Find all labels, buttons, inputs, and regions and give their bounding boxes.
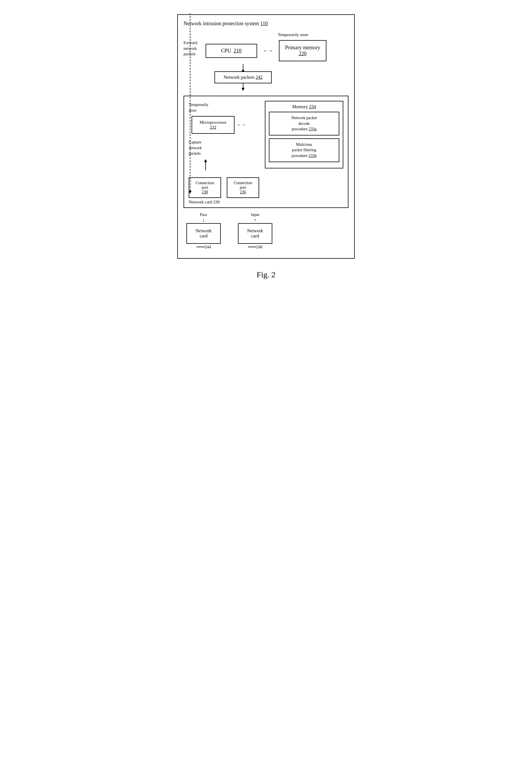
- malicious-filter-box: Maliciouspacket filteringprocedure 233b: [269, 138, 339, 162]
- arrow-up-np-cpu: ▲: [241, 69, 246, 71]
- pass-col: Pass ↓ Networkcard 244: [186, 212, 221, 249]
- memory-234-box: Memory 234 Network packetdecodeprocedure…: [265, 101, 343, 168]
- temp-store-top-label: Temporarily store: [278, 32, 308, 37]
- nc-240-box: Networkcard: [238, 223, 272, 244]
- network-card-230-label: Network card 230: [189, 200, 343, 204]
- input-col: Input ↑ Networkcard 240: [238, 212, 272, 249]
- microprocessor-box: Microprocessor 232: [192, 116, 235, 134]
- fig-label: Fig. 2: [177, 270, 355, 279]
- conn-port-238-box: Connection port 238: [189, 177, 221, 198]
- arrow-down-pass: ↓: [202, 218, 205, 222]
- np-decode-box: Network packetdecodeprocedure 233a: [269, 112, 339, 135]
- nc-240-number-row: 240: [248, 244, 263, 249]
- input-label: Input: [251, 212, 259, 217]
- page: Network intrusion protection system 110 …: [166, 6, 366, 296]
- dashed-arrow-cpu-conn238: ▼: [188, 13, 193, 193]
- cpu-memory-arrow: ←→: [263, 48, 273, 54]
- cpu-box: CPU 210: [206, 44, 257, 58]
- pass-label: Pass: [200, 212, 207, 217]
- inner-content: Temporarilystore Microprocessor 232: [189, 101, 343, 198]
- conn-port-236-box: Connection port 236: [227, 177, 259, 198]
- arrow-line-up: [205, 162, 206, 170]
- left-col: Temporarilystore Microprocessor 232: [189, 101, 259, 198]
- arrow-down-np: ▼: [241, 88, 246, 90]
- arrow-up-micro: ▲: [203, 159, 208, 162]
- diagram-wrapper: Temporarily store Forwardnetworkpackets …: [184, 32, 348, 249]
- micro-memory-arrow: ←→: [237, 122, 246, 127]
- memory-title: Memory 234: [269, 104, 339, 109]
- conn-ports-row: Connection port 238 Connection port 236: [189, 177, 259, 198]
- nc-244-box: Networkcard: [186, 223, 221, 244]
- nc-244-number-row: 244: [196, 244, 211, 249]
- network-card-230-box: Temporarilystore Microprocessor 232: [184, 96, 348, 208]
- network-packets-box: Network packets 242: [214, 71, 272, 83]
- outer-system-box: Network intrusion protection system 110 …: [177, 14, 355, 259]
- bottom-section: Pass ↓ Networkcard 244 Input ↑ Network: [184, 212, 348, 249]
- system-title: Network intrusion protection system 110: [184, 21, 348, 27]
- arrow-up-input: ↑: [254, 218, 257, 222]
- primary-memory-box: Primary memory 220: [279, 40, 326, 61]
